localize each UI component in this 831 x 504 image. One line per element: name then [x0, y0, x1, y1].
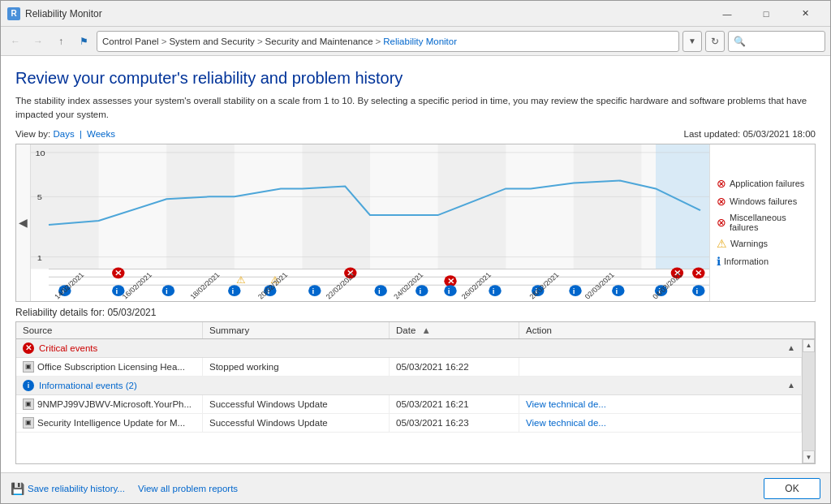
app-icon-1: ▣ [23, 361, 34, 373]
breadcrumb-system-security[interactable]: System and Security [169, 37, 254, 46]
svg-point-52 [612, 285, 624, 296]
search-box[interactable]: 🔍 [728, 31, 825, 52]
forward-button[interactable]: → [28, 32, 48, 51]
table-row[interactable]: ▣ 9NMPJ99VJBWV-Microsoft.YourPh... Succe… [16, 395, 802, 414]
breadcrumb-security-maintenance[interactable]: Security and Maintenance [265, 37, 373, 46]
window-title: Reliability Monitor [25, 8, 708, 19]
svg-text:✕: ✕ [114, 269, 121, 277]
critical-group-label: Critical events [39, 343, 97, 353]
description: The stability index assesses your system… [15, 94, 816, 123]
info-group-icon: i [23, 380, 34, 391]
legend-warnings-label: Warnings [730, 239, 768, 248]
cell-action-2[interactable]: View technical de... [519, 395, 802, 413]
titlebar-controls: — □ ✕ [708, 1, 824, 27]
table-body-wrapper: ✕ Critical events ▲ ▣ Office Subscriptio… [16, 339, 815, 464]
svg-text:i: i [166, 286, 168, 295]
group-info-header[interactable]: i Informational events (2) ▲ [16, 377, 802, 395]
app-icon-2: ▣ [23, 398, 34, 410]
svg-text:22/02/2021: 22/02/2021 [324, 270, 357, 299]
group-critical-header[interactable]: ✕ Critical events ▲ [16, 339, 802, 358]
details-table: Source Summary Date ▲ Action ✕ Critical … [15, 321, 816, 465]
breadcrumb-sep-2: > [257, 37, 263, 46]
col-source: Source [16, 322, 203, 338]
back-button[interactable]: ← [6, 32, 25, 51]
up-button[interactable]: ↑ [51, 32, 71, 51]
chart-scroll-left[interactable]: ◀ [16, 144, 31, 301]
svg-text:i: i [312, 286, 315, 295]
legend-app-failures-icon: ⊗ [717, 177, 726, 190]
svg-text:10: 10 [36, 149, 45, 157]
svg-point-46 [489, 285, 501, 296]
close-button[interactable]: ✕ [786, 1, 824, 27]
legend-app-failures: ⊗ Application failures [717, 177, 808, 190]
info-collapse-btn[interactable]: ▲ [787, 381, 795, 390]
cell-date-1: 05/03/2021 16:22 [390, 358, 519, 376]
scroll-up-btn[interactable]: ▲ [803, 339, 815, 352]
svg-text:i: i [448, 286, 450, 295]
svg-text:02/03/2021: 02/03/2021 [583, 270, 616, 299]
view-reports-link[interactable]: View all problem reports [138, 484, 238, 493]
search-icon: 🔍 [734, 36, 746, 47]
legend-information-label: Information [724, 256, 769, 266]
svg-point-50 [569, 285, 581, 296]
critical-group-icon: ✕ [23, 342, 34, 354]
titlebar: R Reliability Monitor — □ ✕ [1, 1, 830, 27]
svg-text:04/03/2021: 04/03/2021 [651, 270, 684, 299]
view-by-days[interactable]: Days [53, 129, 74, 139]
scroll-thumb[interactable] [803, 352, 815, 451]
breadcrumb-reliability-monitor[interactable]: Reliability Monitor [383, 37, 457, 46]
legend-windows-failures-icon: ⊗ [717, 195, 726, 208]
legend-misc-failures-label: Miscellaneous failures [730, 213, 808, 232]
scrollbar[interactable]: ▲ ▼ [802, 339, 815, 464]
reliability-chart: 10 5 1 ✕ ✕ [31, 144, 709, 301]
save-icon: 💾 [11, 482, 24, 495]
legend-misc-failures: ⊗ Miscellaneous failures [717, 213, 808, 232]
svg-text:i: i [696, 286, 699, 295]
svg-point-40 [375, 285, 387, 296]
svg-text:⚠: ⚠ [236, 274, 247, 285]
svg-text:i: i [232, 286, 235, 295]
critical-collapse-btn[interactable]: ▲ [787, 343, 795, 352]
svg-text:16/02/2021: 16/02/2021 [121, 270, 154, 299]
view-reports-label: View all problem reports [138, 484, 238, 493]
svg-point-42 [416, 285, 428, 296]
cell-summary-2: Successful Windows Update [203, 395, 390, 413]
scroll-down-btn[interactable]: ▼ [803, 450, 815, 463]
chart-main[interactable]: 10 5 1 ✕ ✕ [31, 144, 709, 301]
svg-text:i: i [573, 286, 575, 295]
view-by-weeks[interactable]: Weeks [87, 129, 115, 139]
view-by-row: View by: Days | Weeks Last updated: 05/0… [15, 129, 816, 139]
save-history-link[interactable]: 💾 Save reliability history... [11, 482, 125, 495]
cell-date-2: 05/03/2021 16:21 [390, 395, 519, 413]
svg-text:26/02/2021: 26/02/2021 [460, 270, 493, 299]
col-date: Date ▲ [390, 322, 519, 338]
address-dropdown[interactable]: ▼ [682, 31, 702, 52]
cell-action-1 [519, 358, 802, 376]
page-title: Review your computer's reliability and p… [15, 69, 816, 88]
address-path[interactable]: Control Panel > System and Security > Se… [97, 31, 679, 52]
table-row[interactable]: ▣ Security Intelligence Update for M... … [16, 414, 802, 433]
breadcrumb-control-panel[interactable]: Control Panel [102, 37, 159, 46]
svg-text:i: i [616, 286, 618, 295]
cell-source-3: ▣ Security Intelligence Update for M... [16, 414, 203, 432]
table-row[interactable]: ▣ Office Subscription Licensing Hea... S… [16, 358, 802, 377]
svg-point-34 [228, 285, 240, 296]
info-group-label: Informational events (2) [39, 381, 137, 390]
bottom-bar: 💾 Save reliability history... View all p… [1, 472, 830, 503]
cell-source-1: ▣ Office Subscription Licensing Hea... [16, 358, 203, 376]
breadcrumb-sep-3: > [376, 37, 381, 46]
ok-button[interactable]: OK [764, 478, 820, 499]
refresh-button[interactable]: ↻ [705, 31, 725, 52]
svg-text:18/02/2021: 18/02/2021 [188, 270, 222, 299]
maximize-button[interactable]: □ [747, 1, 785, 27]
view-by: View by: Days | Weeks [15, 129, 115, 139]
cell-source-2: ▣ 9NMPJ99VJBWV-Microsoft.YourPh... [16, 395, 203, 413]
table-body[interactable]: ✕ Critical events ▲ ▣ Office Subscriptio… [16, 339, 802, 464]
svg-text:14/02/2021: 14/02/2021 [53, 270, 86, 299]
cell-action-3[interactable]: View technical de... [519, 414, 802, 432]
svg-rect-5 [574, 144, 642, 269]
minimize-button[interactable]: — [708, 1, 746, 27]
view-by-label: View by: [15, 129, 50, 139]
main-content: Review your computer's reliability and p… [1, 56, 830, 472]
svg-point-38 [308, 285, 321, 296]
